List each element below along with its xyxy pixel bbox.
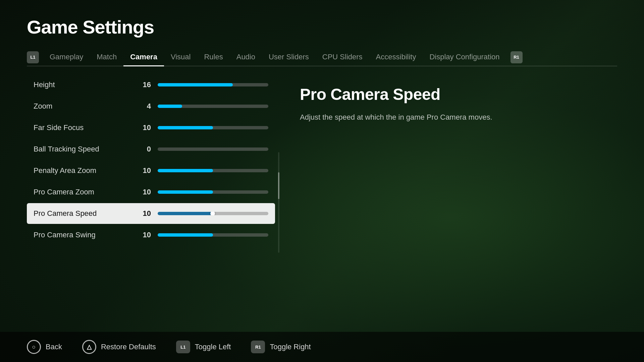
setting-pro-camera-swing[interactable]: Pro Camera Swing 10 <box>27 225 275 245</box>
tab-gameplay[interactable]: Gameplay <box>43 49 90 66</box>
slider-fill-height <box>158 83 233 86</box>
info-description: Adjust the speed at which the in game Pr… <box>300 112 597 123</box>
setting-pro-camera-zoom[interactable]: Pro Camera Zoom 10 <box>27 182 275 202</box>
setting-name-ball-tracking-speed: Ball Tracking Speed <box>34 145 134 154</box>
tab-camera[interactable]: Camera <box>123 49 164 66</box>
setting-value-pro-camera-zoom: 10 <box>134 188 151 196</box>
slider-thumb-pro-camera-speed <box>210 212 215 215</box>
tab-display-configuration[interactable]: Display Configuration <box>423 49 506 66</box>
slider-track-pro-camera-swing[interactable] <box>158 233 268 237</box>
scrollbar-track <box>278 152 279 253</box>
slider-fill-far-side-focus <box>158 126 213 129</box>
setting-value-far-side-focus: 10 <box>134 123 151 132</box>
tab-audio[interactable]: Audio <box>230 49 262 66</box>
slider-track-pro-camera-speed[interactable] <box>158 212 268 215</box>
slider-track-far-side-focus[interactable] <box>158 126 268 129</box>
slider-track-zoom[interactable] <box>158 105 268 108</box>
tab-accessibility[interactable]: Accessibility <box>369 49 423 66</box>
r1-icon[interactable]: R1 <box>511 51 523 63</box>
l1-icon[interactable]: L1 <box>27 51 39 63</box>
main-layout: Height 16 Zoom 4 Far Side Focus 10 <box>27 72 617 333</box>
slider-track-height[interactable] <box>158 83 268 86</box>
tab-navigation: L1 Gameplay Match Camera Visual Rules Au… <box>27 49 617 66</box>
setting-pro-camera-speed[interactable]: Pro Camera Speed 10 <box>27 203 275 224</box>
setting-value-zoom: 4 <box>134 102 151 111</box>
setting-value-height: 16 <box>134 80 151 89</box>
tab-match[interactable]: Match <box>90 49 123 66</box>
slider-fill-zoom <box>158 105 182 108</box>
page-title: Game Settings <box>27 16 617 38</box>
setting-name-height: Height <box>34 80 134 89</box>
setting-value-pro-camera-swing: 10 <box>134 231 151 239</box>
setting-height[interactable]: Height 16 <box>27 74 275 95</box>
tab-user-sliders[interactable]: User Sliders <box>262 49 316 66</box>
setting-far-side-focus[interactable]: Far Side Focus 10 <box>27 117 275 138</box>
tab-visual[interactable]: Visual <box>164 49 198 66</box>
setting-value-penalty-area-zoom: 10 <box>134 166 151 175</box>
tab-rules[interactable]: Rules <box>197 49 229 66</box>
scrollbar-thumb <box>278 172 279 199</box>
setting-name-far-side-focus: Far Side Focus <box>34 123 134 132</box>
slider-fill-pro-camera-swing <box>158 233 213 237</box>
slider-fill-pro-camera-zoom <box>158 190 213 194</box>
settings-panel: Height 16 Zoom 4 Far Side Focus 10 <box>27 72 275 333</box>
slider-track-pro-camera-zoom[interactable] <box>158 190 268 194</box>
setting-name-pro-camera-zoom: Pro Camera Zoom <box>34 188 134 196</box>
setting-value-pro-camera-speed: 10 <box>134 209 151 218</box>
tab-cpu-sliders[interactable]: CPU Sliders <box>316 49 369 66</box>
setting-name-zoom: Zoom <box>34 102 134 111</box>
setting-name-pro-camera-speed: Pro Camera Speed <box>34 209 134 218</box>
setting-penalty-area-zoom[interactable]: Penalty Area Zoom 10 <box>27 160 275 181</box>
setting-name-penalty-area-zoom: Penalty Area Zoom <box>34 166 134 175</box>
slider-track-ball-tracking-speed[interactable] <box>158 147 268 151</box>
setting-zoom[interactable]: Zoom 4 <box>27 96 275 117</box>
slider-track-penalty-area-zoom[interactable] <box>158 169 268 172</box>
setting-ball-tracking-speed[interactable]: Ball Tracking Speed 0 <box>27 139 275 160</box>
setting-name-pro-camera-swing: Pro Camera Swing <box>34 231 134 239</box>
slider-fill-pro-camera-speed <box>158 212 213 215</box>
slider-fill-penalty-area-zoom <box>158 169 213 172</box>
info-panel: Pro Camera Speed Adjust the speed at whi… <box>280 72 617 333</box>
main-content: Game Settings L1 Gameplay Match Camera V… <box>0 0 644 362</box>
info-title: Pro Camera Speed <box>300 85 597 104</box>
setting-value-ball-tracking-speed: 0 <box>134 145 151 154</box>
